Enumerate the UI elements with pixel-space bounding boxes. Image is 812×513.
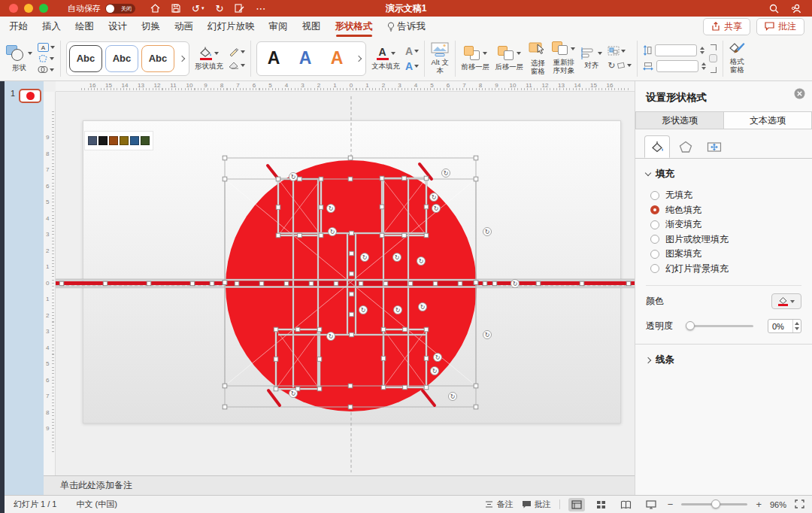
selection-handle[interactable] [235,281,239,286]
selection-handle[interactable] [348,177,353,181]
home-icon[interactable] [150,4,160,13]
slider-thumb[interactable] [686,321,695,330]
tab-design[interactable]: 设计 [108,20,127,33]
selection-handle[interactable] [474,156,478,160]
selection-handle[interactable] [317,357,322,362]
transparency-stepper[interactable] [792,320,801,332]
fill-option[interactable]: 渐变填充 [650,217,812,232]
text-box-button[interactable]: A [38,43,55,52]
selection-handle[interactable] [348,384,353,388]
color-swatch[interactable] [120,136,129,145]
tab-text-options[interactable]: 文本选项 [723,111,812,129]
slider-thumb[interactable] [711,499,720,508]
selection-handle[interactable] [359,281,363,286]
selection-handle[interactable] [348,405,353,409]
color-swatch[interactable] [141,136,150,145]
shape-width-control[interactable] [643,60,706,72]
selection-handle[interactable] [59,281,64,286]
selection-handle[interactable] [190,281,195,286]
selection-handle[interactable] [223,384,227,388]
selection-handle[interactable] [319,205,323,210]
minimize-window-button[interactable] [24,4,33,13]
fill-option[interactable]: 幻灯片背景填充 [650,262,812,277]
selection-handle[interactable] [274,387,278,391]
text-fill-button[interactable]: A 文本填充 [371,47,400,71]
fill-option[interactable]: 无填充 [650,188,812,203]
selection-handle[interactable] [380,233,384,238]
selection-handle[interactable] [276,233,280,238]
selection-handle[interactable] [380,176,384,181]
selection-handle[interactable] [317,387,322,391]
reorder-objects-button[interactable]: 重新排序对象 [552,41,575,75]
selection-handle[interactable] [403,385,408,390]
save-as-icon[interactable] [235,4,244,13]
selection-handle[interactable] [474,405,478,409]
width-input[interactable] [656,60,698,72]
account-icon[interactable] [791,4,801,14]
fill-section-header[interactable]: 填充 [635,159,812,184]
color-swatch[interactable] [88,136,97,145]
fit-slide-button[interactable] [795,499,804,510]
fill-option[interactable]: 图案填充 [650,247,812,262]
rotate-objects-button[interactable]: ↻ [607,60,632,71]
selection-handle[interactable] [350,231,354,235]
close-window-button[interactable] [9,4,18,13]
selection-handle[interactable] [424,385,429,390]
selection-handle[interactable] [424,357,429,361]
tab-home[interactable]: 开始 [9,20,28,33]
selection-handle[interactable] [295,327,300,332]
selection-handle[interactable] [626,281,631,286]
gallery-expand-button[interactable] [177,42,186,75]
lock-aspect-ratio-checkbox[interactable] [709,54,717,62]
selection-handle[interactable] [483,281,487,286]
height-input[interactable] [655,44,697,56]
size-properties-tab[interactable] [701,135,727,158]
merge-shapes-button[interactable] [38,65,55,74]
transparency-value-box[interactable]: 0% [768,319,801,333]
selection-handle[interactable] [403,327,408,332]
text-effects-button[interactable]: A [405,61,419,71]
slide-sorter-view-button[interactable] [593,498,610,511]
comments-button[interactable]: 批注 [756,18,804,35]
tab-shape-format[interactable]: 形状格式 [335,20,373,33]
comments-toggle-button[interactable]: 批注 [522,499,551,510]
selection-handle[interactable] [317,327,322,332]
selection-handle[interactable] [284,281,289,286]
selection-handle[interactable] [350,312,354,317]
selection-handle[interactable] [383,281,388,286]
selection-handle[interactable] [223,156,227,160]
undo-icon[interactable]: ↺▾ [192,3,204,14]
close-panel-button[interactable] [794,88,805,99]
autosave-toggle[interactable]: 关闭 [105,4,135,14]
selection-handle[interactable] [424,205,429,209]
height-stepper[interactable] [700,47,704,54]
zoom-out-button[interactable]: − [668,499,674,510]
share-button[interactable]: 共享 [703,18,750,35]
selection-handle[interactable] [348,156,353,160]
shape-style-3[interactable]: Abc [141,45,174,72]
wordart-style-2[interactable]: A [291,48,320,68]
tab-tell-me[interactable]: 告诉我 [387,20,426,33]
selection-handle[interactable] [309,281,314,286]
line-section-header[interactable]: 线条 [635,344,812,369]
selection-handle[interactable] [474,281,478,285]
search-icon[interactable] [769,4,779,14]
autosave-control[interactable]: 自动保存 关闭 [68,3,135,14]
slideshow-view-button[interactable] [643,498,659,511]
selection-handle[interactable] [350,332,354,337]
selection-handle[interactable] [536,281,541,286]
shape-effects-button[interactable] [229,61,245,69]
transparency-slider[interactable] [687,325,753,327]
slide-thumbnail-image[interactable] [19,89,41,103]
language-indicator[interactable]: 中文 (中国) [76,499,117,510]
selection-handle[interactable] [408,281,413,286]
notes-area[interactable]: 单击此处添加备注 [44,475,635,495]
tab-slide-show[interactable]: 幻灯片放映 [208,20,255,33]
zoom-percentage[interactable]: 96% [770,500,786,509]
fill-option[interactable]: 纯色填充 [650,203,812,218]
selection-handle[interactable] [350,292,354,296]
insert-shape-button[interactable]: 形状 [6,45,32,72]
tab-transitions[interactable]: 切换 [141,20,160,33]
selection-handle[interactable] [223,281,227,285]
selection-handle[interactable] [319,233,323,238]
